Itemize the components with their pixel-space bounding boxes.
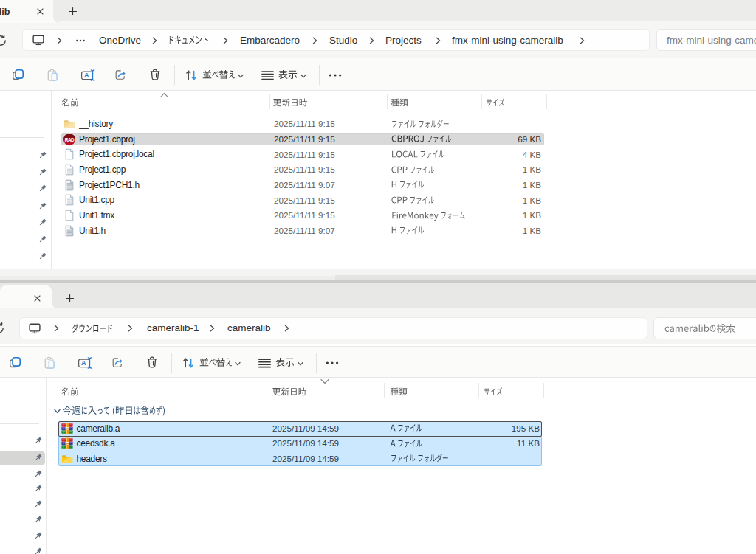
svg-text:A: A <box>84 72 89 79</box>
svg-text:A: A <box>81 359 86 367</box>
svg-text:RAD: RAD <box>65 137 75 142</box>
